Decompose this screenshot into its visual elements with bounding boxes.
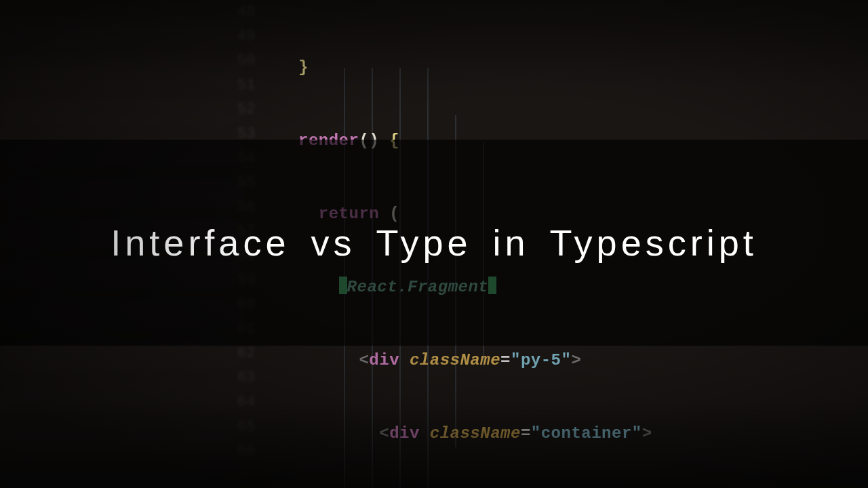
line-number: 66 bbox=[237, 439, 255, 464]
line-number: 48 bbox=[237, 0, 255, 24]
line-number: 64 bbox=[237, 390, 255, 415]
line-number: 49 bbox=[237, 24, 255, 49]
line-number: 52 bbox=[237, 98, 255, 122]
line-number: 50 bbox=[237, 49, 255, 73]
hero-title: Interface vs Type in Typescript bbox=[111, 222, 757, 264]
title-overlay-band: Interface vs Type in Typescript bbox=[0, 140, 868, 346]
line-number: 63 bbox=[237, 366, 255, 390]
line-number: 65 bbox=[237, 415, 255, 439]
line-number: 51 bbox=[237, 73, 255, 98]
